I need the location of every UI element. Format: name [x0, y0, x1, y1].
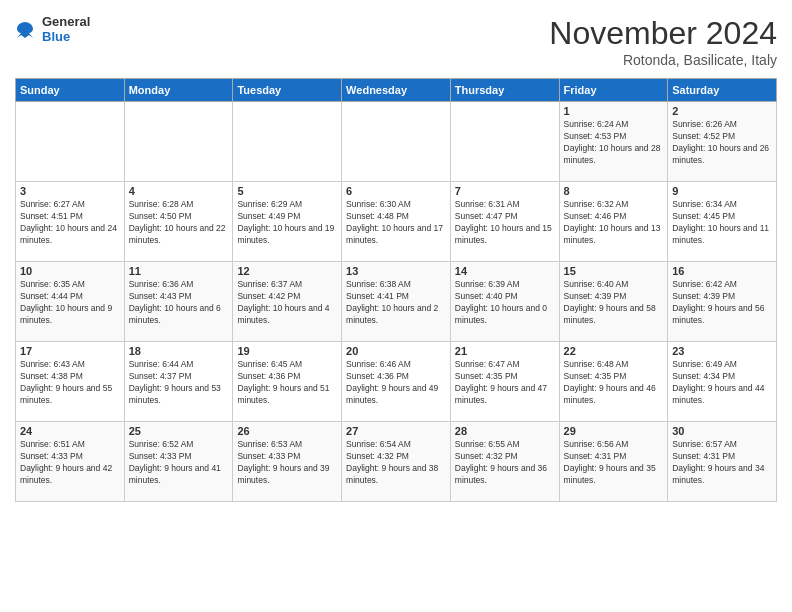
day-number: 12: [237, 265, 337, 277]
col-thursday: Thursday: [450, 79, 559, 102]
calendar-cell: [233, 102, 342, 182]
day-number: 30: [672, 425, 772, 437]
logo-bird-icon: [15, 20, 35, 40]
day-info: Sunrise: 6:36 AMSunset: 4:43 PMDaylight:…: [129, 279, 229, 327]
day-info: Sunrise: 6:39 AMSunset: 4:40 PMDaylight:…: [455, 279, 555, 327]
calendar-cell: 10Sunrise: 6:35 AMSunset: 4:44 PMDayligh…: [16, 262, 125, 342]
calendar-week-3: 10Sunrise: 6:35 AMSunset: 4:44 PMDayligh…: [16, 262, 777, 342]
calendar-cell: 2Sunrise: 6:26 AMSunset: 4:52 PMDaylight…: [668, 102, 777, 182]
calendar-cell: 17Sunrise: 6:43 AMSunset: 4:38 PMDayligh…: [16, 342, 125, 422]
calendar-week-4: 17Sunrise: 6:43 AMSunset: 4:38 PMDayligh…: [16, 342, 777, 422]
day-number: 15: [564, 265, 664, 277]
day-number: 21: [455, 345, 555, 357]
day-info: Sunrise: 6:26 AMSunset: 4:52 PMDaylight:…: [672, 119, 772, 167]
day-info: Sunrise: 6:37 AMSunset: 4:42 PMDaylight:…: [237, 279, 337, 327]
day-info: Sunrise: 6:54 AMSunset: 4:32 PMDaylight:…: [346, 439, 446, 487]
calendar-cell: [124, 102, 233, 182]
calendar-cell: 3Sunrise: 6:27 AMSunset: 4:51 PMDaylight…: [16, 182, 125, 262]
calendar-cell: 24Sunrise: 6:51 AMSunset: 4:33 PMDayligh…: [16, 422, 125, 502]
day-number: 11: [129, 265, 229, 277]
day-info: Sunrise: 6:30 AMSunset: 4:48 PMDaylight:…: [346, 199, 446, 247]
col-saturday: Saturday: [668, 79, 777, 102]
day-info: Sunrise: 6:55 AMSunset: 4:32 PMDaylight:…: [455, 439, 555, 487]
day-info: Sunrise: 6:27 AMSunset: 4:51 PMDaylight:…: [20, 199, 120, 247]
day-info: Sunrise: 6:53 AMSunset: 4:33 PMDaylight:…: [237, 439, 337, 487]
day-info: Sunrise: 6:35 AMSunset: 4:44 PMDaylight:…: [20, 279, 120, 327]
calendar-cell: 28Sunrise: 6:55 AMSunset: 4:32 PMDayligh…: [450, 422, 559, 502]
logo-general: General: [42, 15, 90, 30]
day-number: 26: [237, 425, 337, 437]
day-number: 16: [672, 265, 772, 277]
day-number: 18: [129, 345, 229, 357]
day-info: Sunrise: 6:43 AMSunset: 4:38 PMDaylight:…: [20, 359, 120, 407]
calendar-cell: 8Sunrise: 6:32 AMSunset: 4:46 PMDaylight…: [559, 182, 668, 262]
col-friday: Friday: [559, 79, 668, 102]
calendar-cell: 26Sunrise: 6:53 AMSunset: 4:33 PMDayligh…: [233, 422, 342, 502]
day-info: Sunrise: 6:57 AMSunset: 4:31 PMDaylight:…: [672, 439, 772, 487]
calendar-cell: 5Sunrise: 6:29 AMSunset: 4:49 PMDaylight…: [233, 182, 342, 262]
day-number: 5: [237, 185, 337, 197]
day-number: 27: [346, 425, 446, 437]
day-info: Sunrise: 6:48 AMSunset: 4:35 PMDaylight:…: [564, 359, 664, 407]
day-info: Sunrise: 6:40 AMSunset: 4:39 PMDaylight:…: [564, 279, 664, 327]
col-wednesday: Wednesday: [342, 79, 451, 102]
day-info: Sunrise: 6:29 AMSunset: 4:49 PMDaylight:…: [237, 199, 337, 247]
day-number: 17: [20, 345, 120, 357]
page: General Blue November 2024 Rotonda, Basi…: [0, 0, 792, 612]
day-number: 23: [672, 345, 772, 357]
calendar-cell: 29Sunrise: 6:56 AMSunset: 4:31 PMDayligh…: [559, 422, 668, 502]
day-info: Sunrise: 6:46 AMSunset: 4:36 PMDaylight:…: [346, 359, 446, 407]
col-sunday: Sunday: [16, 79, 125, 102]
month-title: November 2024: [549, 15, 777, 52]
calendar-cell: 1Sunrise: 6:24 AMSunset: 4:53 PMDaylight…: [559, 102, 668, 182]
day-number: 2: [672, 105, 772, 117]
day-info: Sunrise: 6:45 AMSunset: 4:36 PMDaylight:…: [237, 359, 337, 407]
calendar-cell: 18Sunrise: 6:44 AMSunset: 4:37 PMDayligh…: [124, 342, 233, 422]
day-info: Sunrise: 6:44 AMSunset: 4:37 PMDaylight:…: [129, 359, 229, 407]
calendar-week-2: 3Sunrise: 6:27 AMSunset: 4:51 PMDaylight…: [16, 182, 777, 262]
day-number: 25: [129, 425, 229, 437]
title-block: November 2024 Rotonda, Basilicate, Italy: [549, 15, 777, 68]
calendar-cell: 30Sunrise: 6:57 AMSunset: 4:31 PMDayligh…: [668, 422, 777, 502]
logo-blue: Blue: [42, 30, 90, 45]
calendar-cell: 20Sunrise: 6:46 AMSunset: 4:36 PMDayligh…: [342, 342, 451, 422]
header: General Blue November 2024 Rotonda, Basi…: [15, 15, 777, 68]
day-info: Sunrise: 6:47 AMSunset: 4:35 PMDaylight:…: [455, 359, 555, 407]
header-row: Sunday Monday Tuesday Wednesday Thursday…: [16, 79, 777, 102]
day-info: Sunrise: 6:42 AMSunset: 4:39 PMDaylight:…: [672, 279, 772, 327]
day-number: 8: [564, 185, 664, 197]
calendar-cell: 27Sunrise: 6:54 AMSunset: 4:32 PMDayligh…: [342, 422, 451, 502]
day-number: 6: [346, 185, 446, 197]
calendar-cell: 23Sunrise: 6:49 AMSunset: 4:34 PMDayligh…: [668, 342, 777, 422]
calendar-cell: [16, 102, 125, 182]
day-info: Sunrise: 6:32 AMSunset: 4:46 PMDaylight:…: [564, 199, 664, 247]
calendar-cell: 12Sunrise: 6:37 AMSunset: 4:42 PMDayligh…: [233, 262, 342, 342]
day-number: 20: [346, 345, 446, 357]
day-number: 22: [564, 345, 664, 357]
calendar-table: Sunday Monday Tuesday Wednesday Thursday…: [15, 78, 777, 502]
calendar-cell: 19Sunrise: 6:45 AMSunset: 4:36 PMDayligh…: [233, 342, 342, 422]
day-number: 14: [455, 265, 555, 277]
calendar-cell: 9Sunrise: 6:34 AMSunset: 4:45 PMDaylight…: [668, 182, 777, 262]
day-info: Sunrise: 6:49 AMSunset: 4:34 PMDaylight:…: [672, 359, 772, 407]
calendar-cell: 11Sunrise: 6:36 AMSunset: 4:43 PMDayligh…: [124, 262, 233, 342]
location-subtitle: Rotonda, Basilicate, Italy: [549, 52, 777, 68]
calendar-cell: 25Sunrise: 6:52 AMSunset: 4:33 PMDayligh…: [124, 422, 233, 502]
day-number: 1: [564, 105, 664, 117]
col-monday: Monday: [124, 79, 233, 102]
day-number: 7: [455, 185, 555, 197]
calendar-week-5: 24Sunrise: 6:51 AMSunset: 4:33 PMDayligh…: [16, 422, 777, 502]
day-info: Sunrise: 6:52 AMSunset: 4:33 PMDaylight:…: [129, 439, 229, 487]
calendar-cell: 14Sunrise: 6:39 AMSunset: 4:40 PMDayligh…: [450, 262, 559, 342]
day-info: Sunrise: 6:56 AMSunset: 4:31 PMDaylight:…: [564, 439, 664, 487]
calendar-cell: 7Sunrise: 6:31 AMSunset: 4:47 PMDaylight…: [450, 182, 559, 262]
calendar-week-1: 1Sunrise: 6:24 AMSunset: 4:53 PMDaylight…: [16, 102, 777, 182]
calendar-cell: [342, 102, 451, 182]
day-info: Sunrise: 6:28 AMSunset: 4:50 PMDaylight:…: [129, 199, 229, 247]
calendar-cell: [450, 102, 559, 182]
day-number: 9: [672, 185, 772, 197]
calendar-cell: 21Sunrise: 6:47 AMSunset: 4:35 PMDayligh…: [450, 342, 559, 422]
day-number: 29: [564, 425, 664, 437]
day-info: Sunrise: 6:34 AMSunset: 4:45 PMDaylight:…: [672, 199, 772, 247]
day-number: 3: [20, 185, 120, 197]
